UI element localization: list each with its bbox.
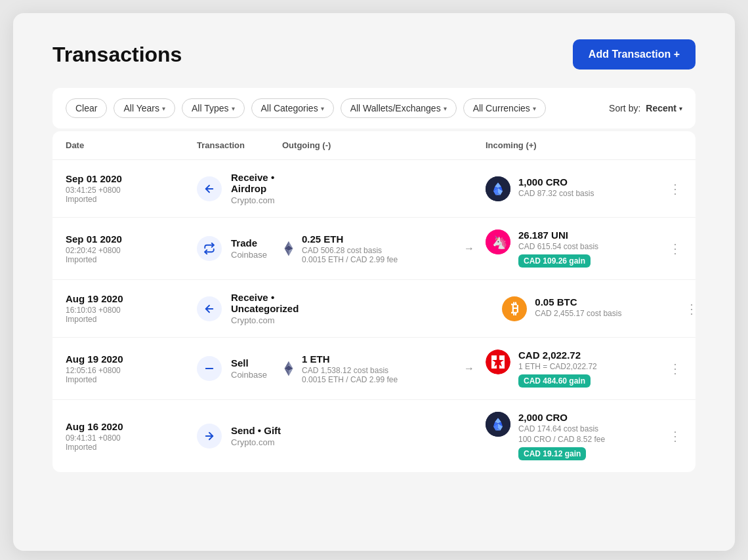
table-row: Sep 01 2020 02:20:42 +0800 Imported Trad… — [52, 218, 696, 280]
incoming-cell: 2,000 CRO CAD 174.64 cost basis 100 CRO … — [486, 412, 656, 460]
row-menu-button[interactable]: ⋮ — [656, 361, 682, 376]
row-menu-button[interactable]: ⋮ — [673, 301, 696, 317]
col-incoming: Incoming (+) — [486, 140, 656, 150]
transaction-cell: Receive • Uncategorized Crypto.com — [197, 292, 299, 325]
transaction-info: Sell Coinbase — [231, 357, 267, 380]
transaction-cell: Trade Coinbase — [197, 236, 282, 261]
btc-icon: ₿ — [502, 296, 527, 321]
sort-value: Recent — [646, 103, 676, 113]
cad-flag-icon — [486, 350, 510, 374]
add-transaction-button[interactable]: Add Transaction + — [573, 39, 696, 70]
app-container: Transactions Add Transaction + Clear All… — [13, 13, 735, 551]
svg-text:🦄: 🦄 — [492, 235, 508, 250]
transaction-cell: Send • Gift Crypto.com — [197, 424, 282, 449]
incoming-info: 1,000 CRO CAD 87.32 cost basis — [518, 176, 594, 198]
row-menu-button[interactable]: ⋮ — [656, 181, 682, 197]
outgoing-cell: 1 ETH CAD 1,538.12 cost basis 0.0015 ETH… — [282, 353, 453, 384]
date-cell: Aug 19 2020 16:10:03 +0800 Imported — [66, 293, 197, 324]
date-cell: Aug 19 2020 12:05:16 +0800 Imported — [66, 353, 197, 384]
transactions-table: Date Transaction Outgoing (-) Incoming (… — [52, 131, 696, 472]
cro-icon — [486, 412, 510, 437]
outgoing-cell: 0.25 ETH CAD 506.28 cost basis 0.0015 ET… — [282, 233, 453, 264]
date-cell: Sep 01 2020 03:41:25 +0800 Imported — [66, 173, 197, 204]
table-row: Aug 19 2020 16:10:03 +0800 Imported Rece… — [52, 280, 696, 338]
currencies-filter-button[interactable]: All Currencies ▾ — [463, 98, 546, 118]
row-menu-button[interactable]: ⋮ — [656, 241, 682, 256]
col-arrow — [453, 140, 486, 150]
col-transaction: Transaction — [197, 140, 282, 150]
arrow-cell: → — [453, 243, 486, 254]
arrow-cell: → — [453, 363, 486, 374]
uni-icon: 🦄 — [486, 230, 510, 254]
col-date: Date — [66, 140, 197, 150]
cro-icon — [486, 176, 510, 201]
sort-by-selector[interactable]: Sort by: Recent ▾ — [609, 103, 682, 113]
incoming-info: 26.187 UNI CAD 615.54 cost basis CAD 109… — [518, 230, 598, 268]
transaction-cell: Receive • Airdrop Crypto.com — [197, 172, 282, 205]
incoming-info: CAD 2,022.72 1 ETH = CAD2,022.72 CAD 484… — [518, 350, 597, 388]
sell-icon — [197, 356, 222, 381]
incoming-cell: 🦄 26.187 UNI CAD 615.54 cost basis CAD 1… — [486, 230, 656, 268]
wallets-filter-button[interactable]: All Wallets/Exchanges ▾ — [341, 98, 457, 118]
transaction-info: Send • Gift Crypto.com — [231, 425, 281, 447]
date-cell: Aug 16 2020 09:41:31 +0800 Imported — [66, 421, 197, 452]
table-row: Aug 19 2020 12:05:16 +0800 Imported Sell… — [52, 338, 696, 400]
types-filter-button[interactable]: All Types ▾ — [182, 98, 245, 118]
col-actions — [656, 140, 682, 150]
incoming-cell: 1,000 CRO CAD 87.32 cost basis — [486, 176, 656, 201]
receive-icon — [197, 176, 222, 201]
chevron-down-icon: ▾ — [162, 105, 165, 112]
incoming-info: 2,000 CRO CAD 174.64 cost basis 100 CRO … — [518, 412, 605, 460]
filter-bar: Clear All Years ▾ All Types ▾ All Catego… — [52, 88, 696, 129]
send-icon — [197, 424, 222, 449]
categories-filter-button[interactable]: All Categories ▾ — [251, 98, 334, 118]
page-header: Transactions Add Transaction + — [52, 39, 696, 70]
transaction-info: Receive • Uncategorized Crypto.com — [231, 292, 299, 325]
table-row: Sep 01 2020 03:41:25 +0800 Imported Rece… — [52, 160, 696, 218]
incoming-info: 0.05 BTC CAD 2,455.17 cost basis — [535, 296, 621, 318]
incoming-cell: CAD 2,022.72 1 ETH = CAD2,022.72 CAD 484… — [486, 350, 656, 388]
receive-icon — [197, 296, 222, 321]
chevron-down-icon: ▾ — [444, 105, 447, 112]
incoming-cell: ₿ 0.05 BTC CAD 2,455.17 cost basis — [502, 296, 673, 321]
transaction-info: Trade Coinbase — [231, 237, 267, 260]
date-cell: Sep 01 2020 02:20:42 +0800 Imported — [66, 233, 197, 264]
table-row: Aug 16 2020 09:41:31 +0800 Imported Send… — [52, 400, 696, 472]
transaction-info: Receive • Airdrop Crypto.com — [231, 172, 282, 205]
clear-filter-button[interactable]: Clear — [66, 98, 107, 118]
table-header: Date Transaction Outgoing (-) Incoming (… — [52, 131, 696, 160]
trade-icon — [197, 236, 222, 261]
chevron-down-icon: ▾ — [321, 105, 324, 112]
chevron-down-icon: ▾ — [232, 105, 235, 112]
chevron-down-icon: ▾ — [679, 105, 682, 112]
sort-label: Sort by: — [609, 103, 640, 113]
row-menu-button[interactable]: ⋮ — [656, 428, 682, 444]
years-filter-button[interactable]: All Years ▾ — [114, 98, 175, 118]
transaction-cell: Sell Coinbase — [197, 356, 282, 381]
page-title: Transactions — [52, 43, 182, 67]
chevron-down-icon: ▾ — [533, 105, 536, 112]
col-outgoing: Outgoing (-) — [282, 140, 453, 150]
